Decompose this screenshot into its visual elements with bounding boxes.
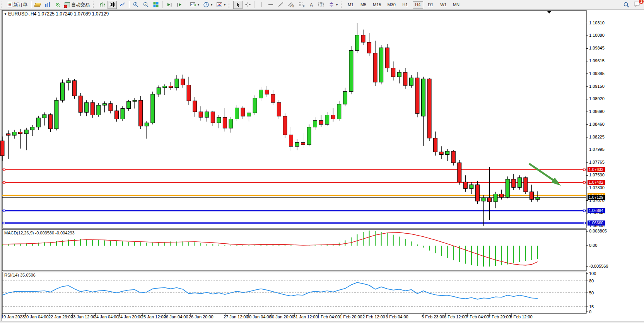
candle-down <box>439 152 443 154</box>
arrows-button[interactable]: ▾ <box>327 1 339 9</box>
candle-down <box>427 79 431 138</box>
timeframe-w1[interactable]: W1 <box>438 1 449 9</box>
line-handle[interactable] <box>583 181 585 183</box>
auto-scroll-button[interactable] <box>165 1 174 9</box>
toolbar-grip[interactable] <box>341 2 343 8</box>
price-tick-label: 1.07530 <box>589 173 605 177</box>
toolbar-grip[interactable] <box>2 2 4 8</box>
chart-shift-button[interactable] <box>175 1 184 9</box>
chart-title[interactable]: ▼EURUSD-,H4 1.07225 1.07240 1.07089 1.07… <box>4 11 109 17</box>
auto-scroll-icon <box>166 2 173 8</box>
candle-down <box>73 80 77 96</box>
templates-icon <box>216 2 222 8</box>
zoom-in-button[interactable] <box>131 1 140 9</box>
price-tick-label: 1.07995 <box>589 147 605 152</box>
toolbar-grip[interactable] <box>93 2 96 8</box>
candle-up <box>24 130 28 134</box>
candle-down <box>91 103 94 115</box>
gold-ingot-button[interactable] <box>33 1 42 9</box>
timeframe-mn[interactable]: MN <box>451 1 461 9</box>
candle-down <box>403 72 407 85</box>
chart-title-collapse-icon[interactable]: ▼ <box>4 12 7 16</box>
candle-down <box>367 42 371 53</box>
time-axis-label: 30 Jan 20:00 <box>270 314 294 319</box>
time-axis-label: 7 Feb 20:00 <box>488 314 511 319</box>
autotrading-button[interactable]: 自动交易 <box>63 1 91 9</box>
text-button[interactable]: A <box>307 1 316 9</box>
svg-text:F: F <box>303 5 304 8</box>
toolbar-grip[interactable] <box>229 2 231 8</box>
horizontal-line-button[interactable] <box>266 1 275 9</box>
mt4-terminal: 新订单 自动交易 <box>0 0 644 323</box>
horizontal-line-icon <box>268 2 274 8</box>
candle-down <box>289 135 293 147</box>
vertical-line-button[interactable] <box>257 1 265 9</box>
time-axis-label: 30 Jan 04:00 <box>247 314 272 319</box>
line-handle[interactable] <box>3 181 5 183</box>
chart-canvas[interactable] <box>0 10 644 323</box>
candle-down <box>265 90 269 94</box>
line-handle[interactable] <box>583 222 585 224</box>
search-icon[interactable] <box>623 2 630 8</box>
current-price-tag: 1.07129 <box>588 195 605 200</box>
candle-up <box>145 123 149 126</box>
line-handle[interactable] <box>3 210 5 212</box>
candle-up <box>307 127 311 145</box>
text-label-button[interactable]: T <box>316 1 326 9</box>
gold-ingot-icon <box>34 3 41 7</box>
time-axis-label: 6 Feb 12:00 <box>444 314 467 319</box>
candle-up <box>518 178 521 187</box>
timeframe-m1[interactable]: M1 <box>345 1 356 9</box>
time-axis-label: 24 Jan 04:00 <box>94 314 119 319</box>
fibonacci-button[interactable]: F <box>297 1 306 9</box>
tile-windows-button[interactable] <box>151 1 161 9</box>
trendline-button[interactable] <box>276 1 285 9</box>
line-chart-button[interactable] <box>118 1 127 9</box>
price-tick-label: 1.09615 <box>589 58 605 63</box>
line-handle[interactable] <box>583 210 585 212</box>
price-tick-label: 1.07765 <box>589 160 605 164</box>
dropdown-caret: ▾ <box>336 3 338 7</box>
candle-down <box>193 101 197 112</box>
candle-down <box>451 151 455 163</box>
bar-chart-button[interactable] <box>97 1 107 9</box>
signals-button[interactable] <box>53 1 62 9</box>
timeframe-m5[interactable]: M5 <box>358 1 369 9</box>
timeframe-h4[interactable]: H4 <box>413 1 423 9</box>
new-chart-button[interactable]: ▾ <box>188 1 201 9</box>
timeframe-d1[interactable]: D1 <box>425 1 436 9</box>
toolbar-separator <box>129 1 129 8</box>
timeframe-m15[interactable]: M15 <box>371 1 383 9</box>
toolbar: 新订单 自动交易 <box>0 0 644 10</box>
time-axis-label: 3 Feb 04:00 <box>386 314 408 319</box>
new-chart-icon <box>190 2 196 8</box>
templates-button[interactable]: ▾ <box>215 1 227 9</box>
candle-down <box>181 79 185 85</box>
candle-up <box>235 108 239 119</box>
candle-up <box>295 142 299 146</box>
line-handle[interactable] <box>3 222 5 224</box>
crosshair-icon <box>245 2 251 8</box>
candle-down <box>530 192 533 200</box>
line-handle[interactable] <box>583 169 585 171</box>
candlestick-chart-button[interactable] <box>108 1 117 9</box>
candle-down <box>139 100 143 126</box>
candle-down <box>223 117 227 128</box>
market-watch-button[interactable] <box>43 1 52 9</box>
candle-down <box>475 185 479 201</box>
candle-up <box>397 72 401 77</box>
timeframe-h1[interactable]: H1 <box>400 1 410 9</box>
candle-up <box>67 80 70 83</box>
crosshair-button[interactable] <box>243 1 253 9</box>
timeframe-m30[interactable]: M30 <box>385 1 397 9</box>
cursor-button[interactable] <box>233 1 243 9</box>
line-handle[interactable] <box>3 169 5 171</box>
zoom-out-button[interactable] <box>141 1 150 9</box>
notifications-button[interactable]: 1 <box>634 1 641 9</box>
candle-up <box>97 105 101 115</box>
period-clock-button[interactable]: ▾ <box>202 1 214 9</box>
equidistant-channel-button[interactable]: E <box>286 1 296 9</box>
new-order-button[interactable]: 新订单 <box>6 1 29 9</box>
new-order-label: 新订单 <box>14 2 27 8</box>
candle-down <box>241 108 245 116</box>
